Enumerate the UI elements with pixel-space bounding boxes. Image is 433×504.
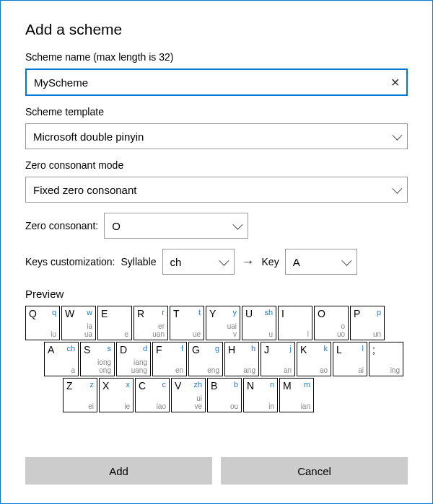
keyboard-key: Acha: [44, 342, 79, 376]
keyboard-key: Ddiang uang: [116, 342, 151, 376]
key-vowel-label: ei: [88, 402, 94, 410]
keyboard-key: Qqiu: [25, 306, 60, 340]
chevron-down-icon: [392, 184, 402, 194]
chevron-down-icon: [219, 256, 229, 266]
key-vowel-label: a: [71, 366, 75, 374]
preview-label: Preview: [25, 288, 408, 300]
keyboard-key: Cciao: [135, 378, 170, 412]
key-consonant-label: f: [181, 344, 183, 353]
key-dropdown[interactable]: A: [285, 249, 357, 275]
keyboard-key: Ffen: [152, 342, 187, 376]
key-consonant-label: q: [52, 308, 56, 317]
scheme-name-input-wrap: ✕: [25, 68, 408, 96]
key-consonant-label: j: [290, 344, 292, 353]
key-consonant-label: z: [90, 380, 95, 389]
keyboard-key: Jjan: [261, 342, 295, 376]
key-vowel-label: ing: [390, 366, 400, 374]
key-consonant-label: p: [377, 308, 381, 317]
key-main-label: D: [120, 344, 127, 355]
scheme-name-label: Scheme name (max length is 32): [25, 51, 408, 63]
cancel-button[interactable]: Cancel: [221, 457, 408, 485]
key-consonant-label: r: [162, 308, 165, 317]
key-vowel-label: un: [373, 330, 381, 338]
key-main-label: U: [245, 308, 253, 319]
keyboard-key: Yyuai v: [206, 306, 240, 340]
key-vowel-label: en: [175, 366, 183, 374]
add-scheme-dialog: Add a scheme Scheme name (max length is …: [0, 0, 433, 504]
key-main-label: Q: [29, 308, 37, 319]
arrow-right-icon: →: [240, 255, 256, 270]
key-consonant-label: h: [251, 344, 255, 353]
key-main-label: S: [84, 344, 90, 355]
keyboard-key: Ggeng: [188, 342, 223, 376]
scheme-template-dropdown[interactable]: Microsoft double pinyin: [25, 123, 408, 149]
key-main-label: K: [300, 344, 307, 355]
key-main-label: W: [65, 308, 74, 319]
syllable-dropdown[interactable]: ch: [162, 249, 235, 275]
key-consonant-label: sh: [264, 308, 273, 317]
keyboard-key: Kkao: [297, 342, 331, 376]
key-vowel-label: an: [284, 366, 292, 374]
key-consonant-label: zh: [193, 380, 202, 389]
key-main-label: E: [101, 308, 108, 319]
key-main-label: M: [283, 380, 292, 392]
keyboard-key: Ppun: [350, 306, 385, 340]
key-consonant-label: g: [215, 344, 219, 353]
key-vowel-label: o uo: [337, 322, 345, 338]
key-consonant-label: y: [233, 308, 237, 317]
keyboard-key: Llai: [333, 342, 367, 376]
chevron-down-icon: [392, 131, 402, 141]
scheme-name-input[interactable]: [27, 70, 383, 94]
chevron-down-icon: [341, 256, 351, 266]
keyboard-key: Wwia ua: [61, 306, 96, 340]
key-main-label: P: [354, 308, 360, 319]
zero-consonant-label: Zero consonant:: [25, 220, 98, 231]
key-vowel-label: ian: [301, 402, 310, 410]
key-consonant-label: n: [270, 380, 274, 389]
keyboard-key: Ttue: [170, 306, 204, 340]
key-consonant-label: ch: [66, 344, 75, 353]
key-main-label: O: [318, 308, 325, 319]
dialog-title: Add a scheme: [25, 21, 408, 38]
keyboard-row: ZzeiXxieCciaoVzhui veBbouNninMmian: [25, 378, 408, 412]
key-consonant-label: s: [108, 344, 112, 353]
key-main-label: ;: [372, 344, 375, 355]
keys-customization-label: Keys customization:: [25, 256, 115, 268]
key-main-label: V: [175, 380, 181, 392]
keyboard-preview: QqiuWwia uaEeRrer uanTtueYyuai vUshuIiOo…: [25, 306, 408, 412]
key-main-label: J: [264, 344, 269, 355]
key-consonant-label: x: [126, 380, 131, 389]
key-main-label: I: [281, 308, 284, 319]
add-button[interactable]: Add: [25, 457, 212, 485]
key-vowel-label: iong ong: [97, 358, 111, 374]
key-main-label: B: [211, 380, 217, 392]
scheme-name-block: Scheme name (max length is 32) ✕: [25, 51, 408, 96]
key-consonant-label: l: [362, 344, 364, 353]
key-vowel-label: ue: [193, 330, 201, 338]
keyboard-key: Rrer uan: [134, 306, 168, 340]
clear-scheme-name-icon[interactable]: ✕: [383, 76, 406, 89]
key-vowel-label: ie: [124, 402, 130, 410]
key-main-label: C: [139, 380, 146, 392]
zero-consonant-dropdown[interactable]: O: [104, 213, 248, 239]
key-vowel-label: e: [124, 330, 128, 338]
chevron-down-icon: [233, 220, 243, 230]
scheme-template-label: Scheme template: [25, 106, 408, 118]
key-vowel-label: ui ve: [194, 394, 202, 410]
key-vowel-label: u: [268, 330, 273, 338]
keyboard-key: Zzei: [63, 378, 97, 412]
key-consonant-label: d: [143, 344, 147, 353]
keyboard-key: Mmian: [279, 378, 314, 412]
key-main-label: N: [247, 380, 254, 392]
key-vowel-label: ia ua: [84, 322, 92, 338]
key-consonant-label: k: [324, 344, 328, 353]
key-consonant-label: c: [162, 380, 167, 389]
key-vowel-label: ang: [243, 366, 255, 374]
keyboard-key: Vzhui ve: [171, 378, 206, 412]
key-main-label: A: [48, 344, 54, 355]
key-value: A: [293, 256, 342, 268]
key-consonant-label: w: [87, 308, 92, 317]
zero-mode-dropdown[interactable]: Fixed zero consonant: [25, 177, 408, 203]
key-consonant-label: m: [304, 380, 310, 389]
keyboard-key: Hhang: [224, 342, 259, 376]
